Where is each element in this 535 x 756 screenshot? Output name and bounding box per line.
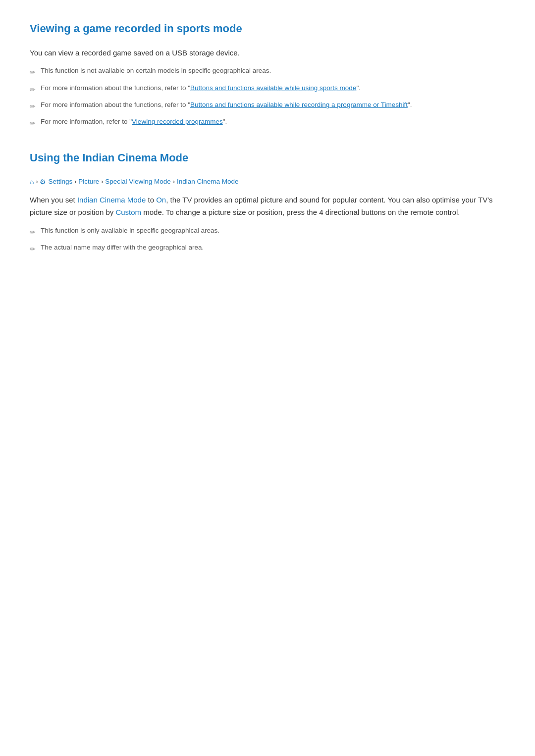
link-sports-mode[interactable]: Buttons and functions available while us… (190, 84, 356, 92)
note-item-1: ✏ This function is not available on cert… (30, 66, 505, 78)
section-sports-mode: Viewing a game recorded in sports mode Y… (30, 20, 505, 129)
pencil-icon-3: ✏ (30, 101, 36, 112)
note-text-5: This function is only available in speci… (41, 226, 219, 236)
breadcrumb-picture[interactable]: Picture (78, 176, 99, 187)
pencil-icon-5: ✏ (30, 227, 36, 238)
breadcrumb-settings[interactable]: Settings (48, 176, 72, 187)
breadcrumb-sep-2: › (101, 177, 103, 187)
section2-notes: ✏ This function is only available in spe… (30, 226, 505, 255)
link-recording-timeshift[interactable]: Buttons and functions available while re… (190, 101, 408, 108)
section1-intro: You can view a recorded game saved on a … (30, 47, 505, 59)
breadcrumb-sep-3: › (173, 177, 175, 187)
note-item-6: ✏ The actual name may differ with the ge… (30, 243, 505, 254)
highlight-on: On (156, 196, 166, 204)
breadcrumb: ⌂ › ⚙ Settings › Picture › Special Viewi… (30, 176, 505, 187)
pencil-icon-1: ✏ (30, 67, 36, 78)
note-item-2: ✏ For more information about the functio… (30, 83, 505, 95)
highlight-custom: Custom (115, 208, 141, 216)
pencil-icon-2: ✏ (30, 84, 36, 95)
note-item-3: ✏ For more information about the functio… (30, 100, 505, 112)
settings-icon: ⚙ (40, 176, 46, 187)
note-item-4: ✏ For more information, refer to "Viewin… (30, 117, 505, 129)
section2-title: Using the Indian Cinema Mode (30, 149, 505, 168)
highlight-indian-cinema-mode: Indian Cinema Mode (77, 196, 146, 204)
section2-body: When you set Indian Cinema Mode to On, t… (30, 194, 505, 219)
breadcrumb-sep-1: › (74, 177, 76, 187)
note-text-6: The actual name may differ with the geog… (41, 243, 204, 253)
link-viewing-recorded[interactable]: Viewing recorded programmes (132, 118, 223, 125)
section-indian-cinema: Using the Indian Cinema Mode ⌂ › ⚙ Setti… (30, 149, 505, 255)
note-text-1: This function is not available on certai… (41, 66, 271, 76)
home-icon[interactable]: ⌂ (30, 176, 34, 187)
section1-notes: ✏ This function is not available on cert… (30, 66, 505, 129)
breadcrumb-indian-cinema[interactable]: Indian Cinema Mode (177, 176, 239, 187)
breadcrumb-sep-0: › (36, 177, 38, 187)
breadcrumb-special-viewing[interactable]: Special Viewing Mode (105, 176, 171, 187)
section1-title: Viewing a game recorded in sports mode (30, 20, 505, 39)
pencil-icon-4: ✏ (30, 118, 36, 129)
note-text-2: For more information about the functions… (41, 83, 361, 94)
note-text-3: For more information about the functions… (41, 100, 412, 110)
note-item-5: ✏ This function is only available in spe… (30, 226, 505, 238)
pencil-icon-6: ✏ (30, 244, 36, 254)
note-text-4: For more information, refer to "Viewing … (41, 117, 227, 127)
